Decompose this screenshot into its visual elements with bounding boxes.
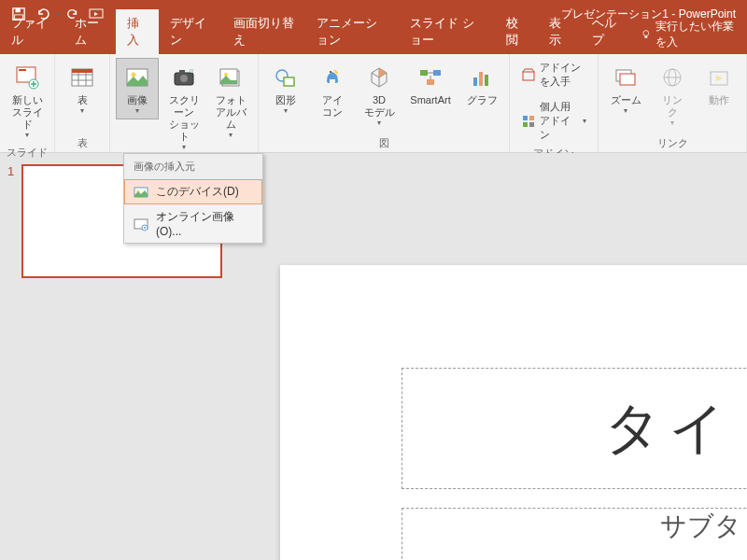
tab-insert[interactable]: 挿入 xyxy=(116,9,159,54)
link-button[interactable]: リン ク ▾ xyxy=(651,58,694,132)
svg-point-16 xyxy=(132,73,136,77)
shapes-button[interactable]: 図形 ▾ xyxy=(264,58,307,119)
svg-rect-31 xyxy=(479,72,483,86)
tab-home[interactable]: ホーム xyxy=(63,9,117,54)
subtitle-placeholder[interactable]: サブタ xyxy=(402,508,747,560)
get-addins-button[interactable]: アドインを入手 xyxy=(515,58,592,91)
tab-view[interactable]: 表示 xyxy=(538,9,581,54)
svg-rect-37 xyxy=(529,122,534,127)
addins-icon xyxy=(521,114,536,129)
svg-rect-27 xyxy=(420,70,428,76)
chevron-down-icon: ▾ xyxy=(25,131,29,139)
svg-rect-30 xyxy=(473,77,477,86)
tell-me-label: 実行したい作業を入 xyxy=(655,19,740,50)
title-text: タイト xyxy=(604,391,748,467)
shapes-label: 図形 xyxy=(275,94,296,106)
get-addins-label: アドインを入手 xyxy=(540,61,586,89)
link-label: リン ク xyxy=(662,94,683,119)
tell-me-search[interactable]: 実行したい作業を入 xyxy=(633,15,747,54)
table-icon xyxy=(67,63,97,92)
new-slide-button[interactable]: 新しい スライド ▾ xyxy=(6,58,49,144)
photo-album-button[interactable]: フォト アルバム ▾ xyxy=(209,58,252,144)
svg-point-48 xyxy=(144,227,146,229)
svg-rect-7 xyxy=(19,69,26,71)
icons-label: アイ コン xyxy=(322,94,343,119)
lightbulb-icon xyxy=(641,28,652,41)
screenshot-label: スクリーン ショット xyxy=(165,94,203,143)
chevron-down-icon: ▾ xyxy=(670,119,674,127)
chevron-down-icon: ▾ xyxy=(377,119,381,127)
chart-label: グラフ xyxy=(467,94,498,106)
zoom-icon xyxy=(611,63,641,92)
svg-rect-39 xyxy=(620,74,635,85)
dropdown-header: 画像の挿入元 xyxy=(124,154,262,179)
group-label-links: リンク xyxy=(657,134,688,150)
group-label-slides: スライド xyxy=(7,144,48,160)
group-label-tables: 表 xyxy=(78,134,88,150)
tab-animations[interactable]: アニメーション xyxy=(305,9,399,54)
chevron-down-icon: ▾ xyxy=(624,106,627,115)
tab-file[interactable]: ファイル xyxy=(0,9,63,54)
insert-online-item[interactable]: オンライン画像(O)... xyxy=(124,204,262,243)
svg-rect-5 xyxy=(645,35,648,37)
svg-rect-36 xyxy=(523,122,528,127)
device-item-label: このデバイス(D) xyxy=(156,184,239,200)
chevron-down-icon: ▾ xyxy=(80,106,84,115)
title-placeholder[interactable]: タイト xyxy=(402,368,747,489)
new-slide-label: 新しい スライド xyxy=(8,94,46,131)
3d-models-icon xyxy=(364,63,394,92)
smartart-icon xyxy=(416,63,445,92)
svg-rect-33 xyxy=(523,72,534,80)
svg-rect-35 xyxy=(529,116,534,120)
zoom-label: ズーム xyxy=(611,94,641,106)
smartart-label: SmartArt xyxy=(410,94,450,106)
svg-point-18 xyxy=(180,75,188,82)
online-picture-icon xyxy=(134,217,148,231)
tab-design[interactable]: デザイン xyxy=(159,9,222,54)
chart-icon xyxy=(467,63,497,92)
tab-help[interactable]: ヘルプ xyxy=(581,9,634,54)
shapes-icon xyxy=(271,63,301,92)
zoom-button[interactable]: ズーム ▾ xyxy=(604,58,647,119)
slide-number: 1 xyxy=(7,164,14,278)
svg-rect-34 xyxy=(523,116,528,120)
tab-review[interactable]: 校閲 xyxy=(495,9,538,54)
icons-button[interactable]: アイ コン xyxy=(311,58,354,123)
pictures-icon xyxy=(122,63,152,92)
link-icon xyxy=(657,63,687,92)
my-addins-label: 個人用アドイン xyxy=(540,100,579,142)
3d-models-label: 3D モデル xyxy=(364,94,395,119)
chevron-down-icon: ▾ xyxy=(284,106,288,115)
device-picture-icon xyxy=(134,185,148,200)
photo-album-icon xyxy=(216,63,246,92)
screenshot-icon xyxy=(169,63,199,92)
chart-button[interactable]: グラフ xyxy=(460,58,503,111)
action-icon xyxy=(704,63,734,92)
chevron-down-icon: ▾ xyxy=(135,106,139,115)
slide-canvas[interactable]: タイト サブタ xyxy=(280,265,747,560)
chevron-down-icon: ▾ xyxy=(182,143,186,151)
insert-from-device-item[interactable]: このデバイス(D) xyxy=(124,179,262,204)
svg-rect-28 xyxy=(433,70,441,76)
svg-rect-32 xyxy=(485,75,488,86)
pictures-button[interactable]: 画像 ▾ xyxy=(116,58,159,119)
store-icon xyxy=(521,67,536,82)
new-slide-icon xyxy=(12,63,42,92)
smartart-button[interactable]: SmartArt xyxy=(404,58,457,111)
screenshot-button[interactable]: スクリーン ショット ▾ xyxy=(162,58,205,156)
action-button[interactable]: 動作 xyxy=(698,58,740,111)
svg-point-4 xyxy=(643,31,649,36)
icons-icon xyxy=(317,63,347,92)
slide-editor[interactable]: タイト サブタ xyxy=(261,153,747,560)
online-item-label: オンライン画像(O)... xyxy=(156,209,253,238)
chevron-down-icon: ▾ xyxy=(229,131,233,139)
my-addins-button[interactable]: 個人用アドイン ▾ xyxy=(515,97,592,145)
pictures-label: 画像 xyxy=(127,94,148,106)
svg-point-26 xyxy=(330,71,331,73)
tab-slideshow[interactable]: スライド ショー xyxy=(399,9,495,54)
tab-transitions[interactable]: 画面切り替え xyxy=(222,9,305,54)
action-label: 動作 xyxy=(709,94,729,106)
3d-models-button[interactable]: 3D モデル ▾ xyxy=(358,58,401,132)
table-button[interactable]: 表 ▾ xyxy=(61,58,104,119)
svg-rect-19 xyxy=(179,70,185,74)
